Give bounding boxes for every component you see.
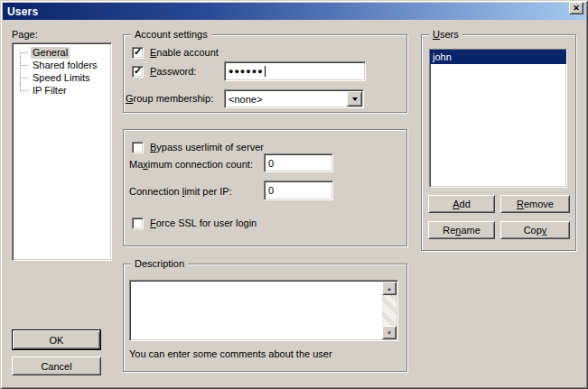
users-list[interactable]: john: [429, 49, 567, 188]
users-caption: Users: [429, 29, 462, 41]
description-textarea[interactable]: ▲ ▼: [129, 280, 398, 341]
tree-item-label: General: [31, 47, 70, 59]
description-hint: You can enter some comments about the us…: [129, 348, 332, 360]
password-checkbox[interactable]: ✓: [132, 66, 144, 78]
close-button[interactable]: ✕: [569, 2, 583, 14]
password-field[interactable]: ●●●●●●: [224, 61, 366, 81]
group-membership-select[interactable]: <none>: [224, 89, 364, 108]
page-tree[interactable]: General Shared folders Speed Limits IP F…: [12, 42, 112, 261]
tree-item-speed-limits[interactable]: Speed Limits: [13, 71, 111, 84]
enable-account-checkbox[interactable]: ✓: [132, 47, 144, 59]
force-ssl-checkbox[interactable]: ✓: [132, 218, 144, 229]
description-caption: Description: [131, 258, 188, 270]
rename-button[interactable]: Rename: [428, 221, 495, 239]
ok-button[interactable]: OK: [13, 330, 100, 349]
ip-limit-label: Connection limit per IP:: [129, 186, 232, 198]
scroll-down-button[interactable]: ▼: [382, 326, 397, 339]
page-label: Page:: [12, 29, 38, 41]
add-button[interactable]: Add: [428, 195, 495, 213]
account-settings-caption: Account settings: [131, 29, 211, 41]
text-caret: [265, 66, 266, 77]
window-title: Users: [7, 5, 38, 18]
tree-item-ip-filter[interactable]: IP Filter: [13, 84, 111, 97]
force-ssl-label: Force SSL for user login: [150, 218, 257, 229]
users-dialog: Users ✕ Page: General Shared folders Spe…: [0, 0, 588, 389]
tree-item-general[interactable]: General: [13, 46, 111, 59]
password-label: Password:: [150, 66, 196, 78]
user-list-item[interactable]: john: [430, 50, 566, 64]
user-name: john: [433, 51, 452, 62]
ip-limit-field[interactable]: 0: [264, 181, 333, 200]
remove-button[interactable]: Remove: [500, 195, 570, 213]
vertical-scrollbar[interactable]: ▲ ▼: [382, 282, 397, 339]
scroll-up-icon: ▲: [387, 286, 392, 292]
tree-item-label: Shared folders: [31, 60, 99, 71]
scroll-up-button[interactable]: ▲: [382, 282, 397, 295]
password-masked-value: ●●●●●●: [229, 67, 264, 76]
chevron-down-icon: [352, 97, 358, 104]
tree-item-label: IP Filter: [31, 85, 69, 97]
max-connections-field[interactable]: 0: [264, 153, 333, 172]
combo-dropdown-button[interactable]: [347, 91, 362, 107]
tree-item-shared-folders[interactable]: Shared folders: [13, 59, 111, 71]
bypass-userlimit-checkbox[interactable]: ✓: [132, 142, 144, 153]
bypass-userlimit-label: Bypass userlimit of server: [150, 142, 264, 153]
copy-button[interactable]: Copy: [500, 221, 570, 239]
scroll-down-icon: ▼: [387, 330, 392, 336]
max-connections-label: Maximum connection count:: [129, 159, 253, 171]
group-membership-value: <none>: [229, 94, 262, 105]
tree-item-label: Speed Limits: [31, 72, 92, 84]
title-bar[interactable]: Users: [3, 3, 585, 20]
group-membership-label: Group membership:: [126, 93, 213, 105]
cancel-button[interactable]: Cancel: [12, 357, 101, 375]
enable-account-label: Enable account: [150, 47, 219, 59]
close-icon: ✕: [573, 4, 580, 13]
